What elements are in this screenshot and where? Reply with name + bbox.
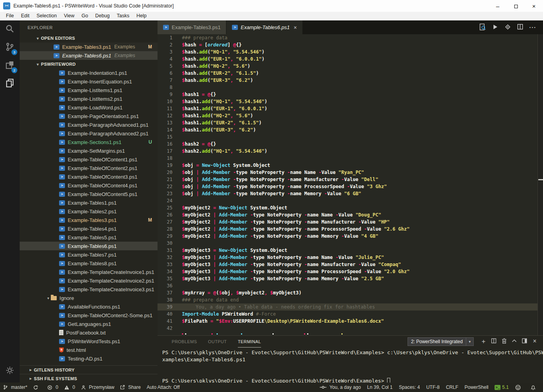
code-line[interactable]: 9$hash1 = @{} [158,91,543,98]
code-line[interactable]: 38### prepare data end [158,296,543,303]
file-row[interactable]: >Example-PageOrientation1.ps1 [20,112,158,120]
code-line[interactable]: 7$hash.add("EUR-3", "6.2") [158,77,543,84]
terminal[interactable]: PS C:\Users\pklys\OneDrive - Evotec\Supp… [158,348,543,383]
more-actions-icon[interactable]: ··· [526,24,539,31]
menu-selection[interactable]: Selection [33,12,60,20]
auto-attach[interactable]: Auto Attach: Off [146,385,180,390]
close-icon[interactable]: × [294,24,297,31]
editor-tab[interactable]: >Example-Tables6.ps1× [226,20,302,34]
activity-settings[interactable] [0,362,20,380]
open-editor-item[interactable]: >Example-Tables6.ps1Examples [20,51,158,60]
file-row[interactable]: >Example-Tables6.ps1 [20,242,158,250]
open-preview-icon[interactable] [476,23,489,32]
error-count[interactable]: 0 [47,385,58,390]
live-share-user[interactable]: Przemysław [81,385,115,390]
file-row[interactable]: >PSWriteWordTests.ps1 [20,337,158,346]
code-line[interactable]: 10$hash1.add("HQ-1", "5.54.546") [158,98,543,105]
file-row[interactable]: >Example-TemplateCreateInvoice1.ps1 [20,268,158,276]
encoding[interactable]: UTF-8 [426,385,439,390]
sync-button[interactable] [33,385,41,390]
maximize-button[interactable] [507,0,525,12]
menu-help[interactable]: Help [133,12,150,20]
panel-tab-terminal[interactable]: TERMINAL [238,336,261,348]
file-row[interactable]: >Example-TemplateCreateInvoice3.ps1 [20,285,158,294]
file-row[interactable]: >Example-TableOfContent1.ps1 [20,155,158,164]
activity-files[interactable] [0,75,20,93]
code-line[interactable]: 35$myObject3 | Add-Member -type NoteProp… [158,275,543,282]
file-row[interactable]: >Example-ParagraphAdvanced2.ps1 [20,129,158,138]
code-line[interactable]: 17$hash2.add("HQ-1", "5.54.546") [158,148,543,155]
code-line[interactable]: 5$hash.add("HQ-2", "5.6") [158,63,543,70]
code-editor[interactable]: 1### prepare data2$hash = [ordered] @{}3… [158,34,543,335]
activity-extensions[interactable]: 2 [0,57,20,75]
notifications-button[interactable] [530,385,539,390]
kill-terminal-icon[interactable] [499,338,509,346]
menu-view[interactable]: View [60,12,78,20]
code-line[interactable]: 18 [158,155,543,162]
file-row[interactable]: >Example-Tables8.ps1 [20,259,158,268]
feedback-button[interactable] [515,385,524,390]
code-line[interactable]: 37$myArray = @($obj, $myobject2, $myObje… [158,289,543,296]
file-row[interactable]: PostFacebook.txt [20,328,158,337]
code-line[interactable]: 6$hash.add("EUR-2", "6.1.5") [158,70,543,77]
code-line[interactable]: 21$obj | Add-Member -type NoteProperty -… [158,176,543,183]
git-compare-icon[interactable] [501,23,514,32]
code-line[interactable]: 16$hash2 = @{} [158,141,543,148]
code-line[interactable]: 40Import-Module PSWriteWord #-Force [158,311,543,318]
code-line[interactable]: 31$myObject3 = New-Object System.Object [158,247,543,254]
share-button[interactable]: Share [120,385,141,390]
activity-source-control[interactable]: 3 [0,39,20,57]
code-line[interactable]: 19$obj = New-Object System.Object [158,162,543,169]
file-row[interactable]: >Example-LoadWord.ps1 [20,103,158,112]
split-terminal-icon[interactable] [489,338,499,346]
section-gitlens-history[interactable]: ▸GITLENS HISTORY [20,365,158,374]
maximize-panel-icon[interactable] [509,338,519,346]
activity-search[interactable] [0,20,20,39]
panel-tab-problems[interactable]: PROBLEMS [172,336,197,348]
file-row[interactable]: >Example-InsertEquation.ps1 [20,77,158,86]
code-line[interactable]: 33$myObject3 | Add-Member -type NoteProp… [158,261,543,268]
code-line[interactable]: 27$myObject2 | Add-Member -type NoteProp… [158,218,543,226]
toggle-panel-icon[interactable] [519,338,530,346]
gitlens-blame[interactable]: You, a day ago [320,385,361,390]
minimize-button[interactable]: – [489,0,507,12]
code-line[interactable]: 1### prepare data [158,34,543,41]
code-line[interactable]: 29$myObject2 | Add-Member -type NoteProp… [158,233,543,240]
file-row[interactable]: >Example-ListItems1.ps1 [20,86,158,94]
file-row[interactable]: >Example-ParagraphAdvanced1.ps1 [20,120,158,129]
folder-row[interactable]: ▾Ignore [20,294,158,302]
language-mode[interactable]: PowerShell [465,385,489,390]
file-row[interactable]: >Example-TableOfContent5.ps1 [20,190,158,198]
editor-tab[interactable]: >Example-Tables3.ps1 [158,20,226,34]
code-line[interactable]: 15 [158,133,543,141]
split-editor-icon[interactable] [514,23,526,31]
code-line[interactable]: 4$hash.add("EUR-1", "6.0.0.1") [158,55,543,63]
file-row[interactable]: >Example-ListItems2.ps1 [20,94,158,103]
close-panel-icon[interactable]: × [530,338,540,346]
file-row[interactable]: >Example-Tables7.ps1 [20,250,158,259]
panel-tab-output[interactable]: OUTPUT [208,336,227,348]
close-button[interactable]: × [525,0,543,12]
open-editors-header[interactable]: ▾ OPEN EDITORS [20,34,158,43]
overview-ruler[interactable] [537,34,543,335]
code-line[interactable]: 42 [158,325,543,332]
branch-indicator[interactable]: master* [3,385,27,390]
file-row[interactable]: >AvailableFunctions.ps1 [20,302,158,311]
code-line[interactable]: 3$hash.add("HQ-1", "5.54.546") [158,48,543,55]
file-row[interactable]: >Example-TableOfContent3.ps1 [20,172,158,181]
file-row[interactable]: 5test.html [20,346,158,354]
file-row[interactable]: >Example-SetMargins.ps1 [20,146,158,155]
indentation[interactable]: Spaces: 4 [399,385,420,390]
code-line[interactable]: 24 [158,197,543,204]
code-line[interactable]: 14$hash1.add("EUR-3", "6.2") [158,126,543,133]
code-line[interactable]: 20$obj | Add-Member -type NoteProperty -… [158,169,543,176]
file-row[interactable]: >Example-Tables3.ps1M [20,216,158,224]
code-line[interactable]: 36 [158,282,543,289]
code-line[interactable]: 41$FilePath = "$Env:USERPROFILE\Desktop\… [158,318,543,325]
code-line-blame[interactable]: 39You, a day ago • Table data - needs or… [158,303,543,311]
code-line[interactable]: 13$hash1.add("EUR-2", "6.1.5") [158,119,543,126]
file-row[interactable]: >Example-Tables4.ps1 [20,224,158,233]
code-line[interactable]: 23$obj | Add-Member -type NoteProperty -… [158,190,543,197]
code-line[interactable]: 22$obj | Add-Member -type NoteProperty -… [158,183,543,190]
menu-tasks[interactable]: Tasks [113,12,133,20]
